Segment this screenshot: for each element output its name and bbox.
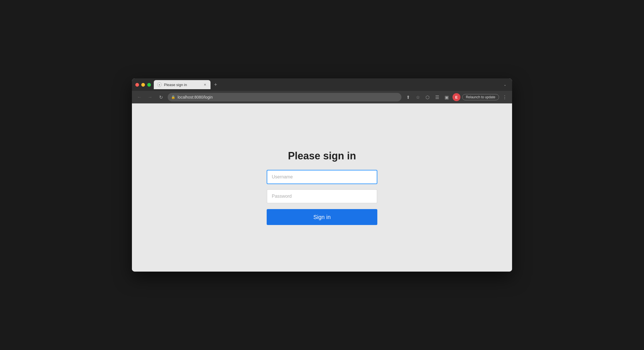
back-icon: ←	[137, 95, 142, 100]
chevron-down-icon: ⌄	[504, 83, 506, 87]
relaunch-button[interactable]: Relaunch to update	[462, 94, 499, 100]
extensions-icon: ⬡	[426, 95, 430, 100]
forward-icon: →	[148, 95, 152, 100]
sidebar-icon: ▣	[445, 95, 449, 100]
address-text: localhost:8080/login	[178, 95, 213, 99]
title-bar: ● Please sign in ✕ + ⌄	[132, 78, 512, 91]
tab-close-button[interactable]: ✕	[203, 82, 207, 87]
tab-favicon-icon: ●	[157, 82, 162, 87]
active-tab[interactable]: ● Please sign in ✕	[154, 80, 211, 89]
sidebar-button[interactable]: ▣	[443, 93, 451, 101]
nav-bar: ← → ↻ 🔒 localhost:8080/login ⬆ ☆ ⬡ ☰	[132, 91, 512, 103]
sign-in-button[interactable]: Sign in	[267, 209, 377, 225]
close-window-button[interactable]	[135, 83, 139, 87]
more-button[interactable]: ⋮	[501, 93, 509, 101]
page-heading: Please sign in	[288, 150, 356, 162]
nav-actions: ⬆ ☆ ⬡ ☰ ▣ E Relaunch to update ⋮	[404, 93, 509, 101]
traffic-lights	[135, 83, 151, 87]
more-icon: ⋮	[502, 95, 507, 100]
queue-icon: ☰	[435, 95, 439, 100]
refresh-button[interactable]: ↻	[157, 93, 165, 101]
share-icon: ⬆	[406, 95, 410, 100]
lock-icon: 🔒	[171, 95, 175, 99]
tab-title: Please sign in	[164, 83, 200, 87]
bookmark-button[interactable]: ☆	[414, 93, 422, 101]
maximize-window-button[interactable]	[147, 83, 151, 87]
login-container: Please sign in Sign in	[267, 150, 377, 225]
forward-button[interactable]: →	[146, 93, 154, 101]
page-content: Please sign in Sign in	[132, 103, 512, 272]
minimize-window-button[interactable]	[141, 83, 145, 87]
refresh-icon: ↻	[159, 95, 163, 100]
extensions-button[interactable]: ⬡	[424, 93, 432, 101]
bookmark-icon: ☆	[416, 95, 420, 100]
address-bar[interactable]: 🔒 localhost:8080/login	[168, 93, 401, 101]
browser-window: ● Please sign in ✕ + ⌄ ← → ↻ 🔒 localhost…	[132, 78, 512, 272]
tab-favicon-label: ●	[159, 84, 160, 86]
queue-button[interactable]: ☰	[433, 93, 441, 101]
share-button[interactable]: ⬆	[404, 93, 412, 101]
tab-bar: ● Please sign in ✕ +	[154, 80, 504, 89]
tab-bar-right: ⌄	[504, 83, 509, 87]
username-group	[267, 170, 377, 184]
back-button[interactable]: ←	[135, 93, 143, 101]
password-input[interactable]	[267, 189, 377, 203]
profile-avatar[interactable]: E	[453, 93, 460, 101]
username-input[interactable]	[267, 170, 377, 184]
new-tab-button[interactable]: +	[212, 81, 220, 89]
password-group	[267, 189, 377, 203]
